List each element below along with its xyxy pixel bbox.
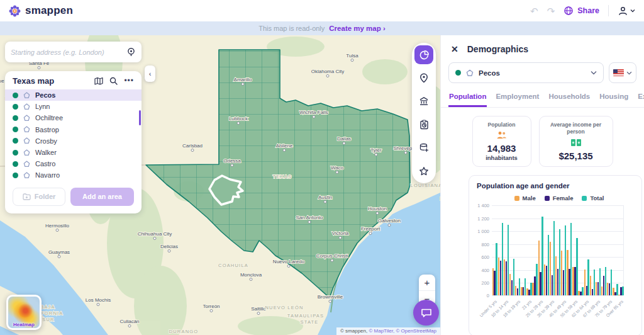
star-icon xyxy=(419,166,429,176)
attribution-link[interactable]: © OpenStreetMap xyxy=(394,328,436,334)
tab-export[interactable]: Export xyxy=(637,93,644,107)
panel-collapse-button[interactable]: ‹ xyxy=(145,65,155,82)
chart-title: Population age and gender xyxy=(477,182,641,190)
area-row-navarro[interactable]: Navarro xyxy=(5,169,142,181)
polygon-icon xyxy=(23,137,30,144)
bar-total xyxy=(519,278,520,295)
y-tick-label: 800 xyxy=(481,241,489,247)
bar-total xyxy=(605,267,606,296)
area-color-dot xyxy=(13,161,18,167)
tab-households[interactable]: Households xyxy=(548,93,591,107)
share-button[interactable]: Share xyxy=(564,6,599,16)
selected-area-name: Pecos xyxy=(479,69,586,77)
bar-total xyxy=(570,223,572,295)
area-row-castro[interactable]: Castro xyxy=(5,158,142,169)
map-label: Los Mochis xyxy=(86,297,111,303)
map-canvas[interactable]: Santa FeAlbuquerqueNEW MEXICOTulsaOklaho… xyxy=(0,35,440,335)
map-label: Brownsville xyxy=(318,294,343,300)
map-label: DURANGO xyxy=(169,329,199,334)
map-label: TEXAS xyxy=(273,174,292,179)
area-row-pecos[interactable]: Pecos xyxy=(5,89,142,101)
folder-label: Folder xyxy=(35,193,56,200)
attribution-link[interactable]: © MapTiler, xyxy=(367,328,394,334)
panel-title: Demographics xyxy=(467,44,528,54)
map-label: Amarillo xyxy=(234,77,252,82)
tab-employment[interactable]: Employment xyxy=(495,93,540,107)
map-label: Tulsa xyxy=(346,53,358,59)
chart-legend: MaleFemaleTotal xyxy=(477,195,641,202)
tool-locations-button[interactable] xyxy=(414,69,433,88)
bar-total xyxy=(496,243,497,296)
sidebar-scrollbar[interactable] xyxy=(139,110,141,125)
money-icon xyxy=(570,139,582,147)
search-input[interactable] xyxy=(11,48,126,56)
area-row-lynn[interactable]: Lynn xyxy=(5,101,142,112)
polygon-icon xyxy=(23,161,30,168)
redo-icon[interactable]: ↷ xyxy=(547,6,555,16)
area-row-crosby[interactable]: Crosby xyxy=(5,135,142,147)
tool-report-button[interactable] xyxy=(414,115,433,134)
tool-favorites-button[interactable] xyxy=(414,162,433,181)
close-icon[interactable]: ✕ xyxy=(451,44,458,54)
map-label: BAJA xyxy=(40,304,55,310)
divider xyxy=(608,5,609,16)
top-bar: smappen ↶ ↷ Share xyxy=(0,0,644,21)
tool-data-button[interactable] xyxy=(414,139,433,157)
undo-icon[interactable]: ↶ xyxy=(530,6,538,16)
map-label: Torreón xyxy=(203,304,219,309)
map-title: Texas map xyxy=(13,76,54,86)
readonly-message: This map is read-only xyxy=(258,25,325,32)
locate-pin-icon[interactable] xyxy=(126,47,136,57)
zoom-in-button[interactable]: + xyxy=(419,275,435,290)
areas-panel: Texas map ••• PecosLynnOchiltreeBastropC… xyxy=(5,71,142,213)
map-label: Monclova xyxy=(240,272,262,278)
map-label: Abilene xyxy=(276,143,293,149)
bar-total xyxy=(582,287,583,296)
map-icon[interactable] xyxy=(94,77,103,85)
bar-total xyxy=(565,225,566,296)
area-name: Castro xyxy=(35,160,55,168)
stat-label: Average income per person xyxy=(544,122,608,136)
pin-icon xyxy=(419,73,429,83)
y-tick-label: 400 xyxy=(481,267,489,273)
legend-item-total: Total xyxy=(582,195,604,202)
area-row-walker[interactable]: Walker xyxy=(5,147,142,158)
speech-bubble-icon xyxy=(421,308,432,318)
panel-tabs: PopulationEmploymentHouseholdsHousingExp… xyxy=(441,93,644,108)
map-label: Albuquerque xyxy=(0,78,4,84)
stats-row: Population14,983inhabitantsAverage incom… xyxy=(448,116,636,167)
tool-demographics-button[interactable] xyxy=(414,45,433,64)
country-selector[interactable] xyxy=(609,62,636,83)
polygon-icon xyxy=(23,149,30,156)
map-label: Wichita Falls xyxy=(299,110,328,115)
tab-population[interactable]: Population xyxy=(448,93,487,107)
chat-button[interactable] xyxy=(413,300,439,326)
bar-total xyxy=(508,225,509,295)
area-color-dot xyxy=(13,104,18,110)
area-row-ochiltree[interactable]: Ochiltree xyxy=(5,112,142,123)
brand-logo[interactable]: smappen xyxy=(9,4,73,17)
area-list: PecosLynnOchiltreeBastropCrosbyWalkerCas… xyxy=(5,89,142,181)
y-tick-label: 1 400 xyxy=(477,203,489,208)
account-menu-button[interactable] xyxy=(618,6,635,16)
area-name: Walker xyxy=(35,149,57,156)
bar-total xyxy=(530,283,531,295)
tool-pois-button[interactable] xyxy=(414,92,433,111)
area-selector[interactable]: Pecos xyxy=(448,62,604,83)
bar-total xyxy=(616,284,618,295)
map-label: NUEVO LEÓN xyxy=(265,305,303,310)
tab-housing[interactable]: Housing xyxy=(599,93,629,107)
create-my-map-link[interactable]: Create my map › xyxy=(329,25,386,32)
bar-total xyxy=(599,268,601,296)
stat-unit: inhabitants xyxy=(477,154,526,161)
heatmap-toggle[interactable]: Heatmap xyxy=(6,295,42,330)
add-area-button[interactable]: Add an area xyxy=(70,188,134,206)
area-row-bastrop[interactable]: Bastrop xyxy=(5,124,142,135)
search-icon[interactable] xyxy=(109,77,118,85)
map-label: Chihuahua City xyxy=(138,231,172,237)
area-color-dot xyxy=(13,127,18,132)
folder-button[interactable]: Folder xyxy=(13,188,65,206)
more-options-icon[interactable]: ••• xyxy=(124,79,134,82)
globe-icon xyxy=(564,6,574,16)
smappen-flower-icon xyxy=(9,5,21,17)
